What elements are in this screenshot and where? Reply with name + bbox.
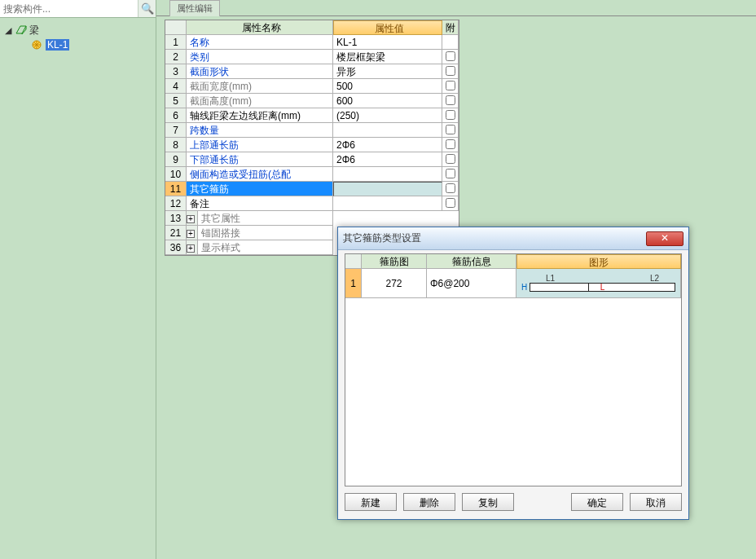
property-row[interactable]: 10侧面构造或受扭筋(总配: [165, 167, 459, 182]
row-value[interactable]: [333, 123, 442, 138]
dialog-grid-header: 箍筋图 箍筋信息 图形: [345, 254, 681, 269]
addl-checkbox[interactable]: [446, 95, 455, 105]
header-add: 附: [442, 20, 459, 35]
dlg-head-num: [345, 254, 362, 269]
row-num: 7: [165, 123, 187, 138]
addl-checkbox[interactable]: [446, 169, 455, 178]
copy-button[interactable]: 复制: [462, 493, 514, 511]
row-chk: [442, 152, 459, 167]
label-L1: L1: [546, 275, 555, 283]
header-value[interactable]: 属性值: [333, 20, 442, 35]
property-row[interactable]: 9下部通长筋2Φ6: [165, 152, 459, 167]
row-value[interactable]: [333, 167, 442, 182]
row-name: 其它属性: [198, 211, 333, 226]
row-value[interactable]: 楼层框架梁: [333, 50, 442, 64]
addl-checkbox[interactable]: [446, 81, 455, 90]
tabbar: 属性编辑: [156, 0, 756, 16]
dlg-head-info: 箍筋信息: [427, 254, 516, 269]
row-chk: [442, 108, 459, 123]
row-chk: [442, 123, 459, 138]
property-row[interactable]: 5截面高度(mm)600: [165, 94, 459, 108]
component-tree: ◢ 梁 KL-1: [0, 18, 156, 57]
delete-button[interactable]: 删除: [403, 493, 455, 511]
expand-icon[interactable]: +: [187, 230, 195, 238]
row-name: 轴线距梁左边线距离(mm): [187, 108, 333, 123]
addl-checkbox[interactable]: [446, 110, 455, 120]
new-button[interactable]: 新建: [345, 493, 397, 511]
shape-rect: L: [530, 283, 675, 292]
close-button[interactable]: ✕: [646, 231, 683, 246]
row-name: 显示样式: [198, 240, 333, 255]
addl-checkbox[interactable]: [446, 139, 455, 149]
row-value[interactable]: KL-1: [333, 35, 442, 50]
search-icon[interactable]: 🔍: [138, 0, 156, 17]
dialog-title: 其它箍筋类型设置: [343, 231, 421, 245]
addl-checkbox[interactable]: [446, 125, 455, 134]
dlg-head-shape[interactable]: 图形: [516, 254, 681, 269]
addl-checkbox[interactable]: [446, 154, 455, 164]
property-row[interactable]: 3截面形状异形: [165, 64, 459, 79]
row-value[interactable]: 2Φ6: [333, 138, 442, 152]
row-num: 11: [165, 182, 187, 196]
collapse-icon[interactable]: ◢: [3, 25, 13, 36]
property-row[interactable]: 4截面宽度(mm)500: [165, 79, 459, 94]
row-num: 8: [165, 138, 187, 152]
tab-property-edit[interactable]: 属性编辑: [169, 0, 220, 16]
row-value[interactable]: (250): [333, 108, 442, 123]
row-chk: [442, 182, 459, 196]
dialog-body: 箍筋图 箍筋信息 图形 1 272 Φ6@200 L1 L2 H L: [345, 253, 682, 486]
property-row[interactable]: 8上部通长筋2Φ6: [165, 138, 459, 152]
dlg-row-info[interactable]: Φ6@200: [427, 269, 516, 298]
row-name: 其它箍筋: [187, 182, 333, 196]
row-value[interactable]: 2Φ6: [333, 152, 442, 167]
leaf-icon: [31, 39, 42, 51]
cancel-button[interactable]: 取消: [630, 493, 682, 511]
expand-icon[interactable]: +: [187, 215, 195, 223]
addl-checkbox[interactable]: [446, 183, 455, 193]
ok-button[interactable]: 确定: [571, 493, 623, 511]
dlg-row-img[interactable]: 272: [362, 269, 427, 298]
property-row[interactable]: 13+其它属性: [165, 211, 459, 226]
dlg-head-img: 箍筋图: [362, 254, 427, 269]
addl-checkbox[interactable]: [446, 66, 455, 76]
property-grid: 属性名称 属性值 附 1名称KL-12类别楼层框架梁3截面形状异形4截面宽度(m…: [165, 20, 459, 256]
row-num: 12: [165, 196, 187, 211]
row-num: 21: [165, 226, 187, 240]
row-num: 6: [165, 108, 187, 123]
search-input[interactable]: [0, 0, 138, 17]
row-value[interactable]: 异形: [333, 64, 442, 79]
row-name: 下部通长筋: [187, 152, 333, 167]
row-value[interactable]: 600: [333, 94, 442, 108]
property-row[interactable]: 1名称KL-1: [165, 35, 459, 50]
row-value[interactable]: [333, 196, 442, 211]
row-name: 截面宽度(mm): [187, 79, 333, 94]
dlg-row-shape[interactable]: L1 L2 H L: [516, 269, 681, 298]
row-chk: [442, 35, 459, 50]
property-row[interactable]: 12备注: [165, 196, 459, 211]
label-H: H: [521, 284, 527, 292]
beam-icon: [15, 24, 28, 36]
row-chk: [442, 196, 459, 211]
label-L: L: [600, 284, 605, 292]
row-name: 截面高度(mm): [187, 94, 333, 108]
addl-checkbox[interactable]: [446, 198, 455, 208]
property-row[interactable]: 2类别楼层框架梁: [165, 50, 459, 64]
property-row[interactable]: 11其它箍筋: [165, 182, 459, 196]
property-row[interactable]: 7跨数量: [165, 123, 459, 138]
label-L2: L2: [650, 275, 659, 283]
row-value[interactable]: 500: [333, 79, 442, 94]
property-row[interactable]: 6轴线距梁左边线距离(mm)(250): [165, 108, 459, 123]
row-chk: [442, 50, 459, 64]
sidebar: 🔍 ◢ 梁 KL-1: [0, 0, 156, 559]
tree-root[interactable]: ◢ 梁: [3, 23, 152, 37]
row-chk: [442, 64, 459, 79]
row-name: 锚固搭接: [198, 226, 333, 240]
expand-icon[interactable]: +: [187, 244, 195, 253]
row-value[interactable]: [333, 182, 442, 196]
dialog-titlebar[interactable]: 其它箍筋类型设置 ✕: [338, 227, 688, 250]
row-chk: [442, 167, 459, 182]
tree-leaf[interactable]: KL-1: [3, 37, 152, 52]
dialog-row[interactable]: 1 272 Φ6@200 L1 L2 H L: [345, 269, 681, 298]
row-name: 名称: [187, 35, 333, 50]
addl-checkbox[interactable]: [446, 51, 455, 61]
